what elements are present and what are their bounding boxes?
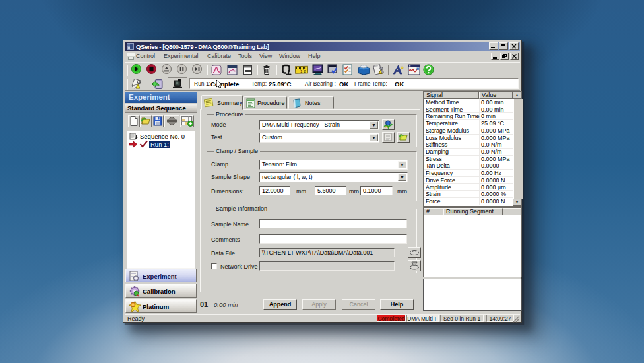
svg-text:1 2: 1 2 bbox=[300, 69, 306, 73]
